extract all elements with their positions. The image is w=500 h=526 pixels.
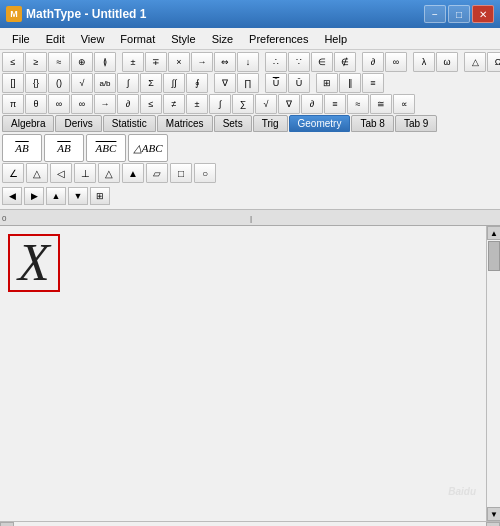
- menu-preferences[interactable]: Preferences: [241, 31, 316, 47]
- sym-delta-tri[interactable]: △: [464, 52, 486, 72]
- sym-ubar[interactable]: Ū: [265, 73, 287, 93]
- sym-cong[interactable]: ≅: [370, 94, 392, 114]
- sym-dint[interactable]: ∫∫: [163, 73, 185, 93]
- tab-algebra[interactable]: Algebra: [2, 115, 54, 132]
- template-abc-hat[interactable]: ABC: [86, 134, 126, 162]
- sym-partial2[interactable]: ∂: [117, 94, 139, 114]
- sym-ratio[interactable]: ≬: [94, 52, 116, 72]
- sym-noelem[interactable]: ∉: [334, 52, 356, 72]
- hscroll-left-button[interactable]: ◀: [0, 522, 14, 527]
- sym-cdot[interactable]: ⊕: [71, 52, 93, 72]
- tab-9[interactable]: Tab 9: [395, 115, 437, 132]
- sym-inf2[interactable]: ∞: [48, 94, 70, 114]
- scroll-thumb[interactable]: [488, 241, 500, 271]
- sym-rarrow[interactable]: →: [191, 52, 213, 72]
- sym-propto[interactable]: ∝: [393, 94, 415, 114]
- shape-parallelogram[interactable]: ▱: [146, 163, 168, 183]
- shape-triangle2[interactable]: ◁: [50, 163, 72, 183]
- close-button[interactable]: ✕: [472, 5, 494, 23]
- nav-up[interactable]: ▲: [46, 187, 66, 205]
- sym-approx[interactable]: ≈: [347, 94, 369, 114]
- scroll-down-button[interactable]: ▼: [487, 507, 500, 521]
- menu-edit[interactable]: Edit: [38, 31, 73, 47]
- sym-pi[interactable]: π: [2, 94, 24, 114]
- shape-angle[interactable]: ∠: [2, 163, 24, 183]
- menu-help[interactable]: Help: [316, 31, 355, 47]
- shape-filled-tri[interactable]: ▲: [122, 163, 144, 183]
- sym-prod[interactable]: ∏: [237, 73, 259, 93]
- sym-partial[interactable]: ∂: [362, 52, 384, 72]
- tab-trig[interactable]: Trig: [253, 115, 288, 132]
- shape-circle[interactable]: ○: [194, 163, 216, 183]
- sym-times[interactable]: ×: [168, 52, 190, 72]
- sym-geq[interactable]: ≥: [25, 52, 47, 72]
- sym-darrow[interactable]: ↓: [237, 52, 259, 72]
- sym-theta[interactable]: θ: [25, 94, 47, 114]
- sym-sqrt3[interactable]: √: [255, 94, 277, 114]
- sym-int[interactable]: ∫: [117, 73, 139, 93]
- menu-file[interactable]: File: [4, 31, 38, 47]
- sym-ne[interactable]: ≠: [163, 94, 185, 114]
- sym-equiv2[interactable]: ≡: [324, 94, 346, 114]
- tab-derivs[interactable]: Derivs: [55, 115, 101, 132]
- nav-grid[interactable]: ⊞: [90, 187, 110, 205]
- sym-pm[interactable]: ±: [122, 52, 144, 72]
- hscroll-right-button[interactable]: ▶: [486, 522, 500, 527]
- sym-sum2[interactable]: ∑: [232, 94, 254, 114]
- sym-frac[interactable]: a/b: [94, 73, 116, 93]
- nav-right[interactable]: ▶: [24, 187, 44, 205]
- sym-int2[interactable]: ∫: [209, 94, 231, 114]
- menu-size[interactable]: Size: [204, 31, 241, 47]
- horizontal-scrollbar[interactable]: ◀ ▶: [0, 521, 500, 526]
- sym-elem[interactable]: ∈: [311, 52, 333, 72]
- template-triangle-abc[interactable]: △ABC: [128, 134, 168, 162]
- shape-rect[interactable]: □: [170, 163, 192, 183]
- sym-partial3[interactable]: ∂: [301, 94, 323, 114]
- sym-inf3[interactable]: ∞: [71, 94, 93, 114]
- maximize-button[interactable]: □: [448, 5, 470, 23]
- sym-paren[interactable]: (): [48, 73, 70, 93]
- sym-forall[interactable]: ∴: [265, 52, 287, 72]
- nav-down[interactable]: ▼: [68, 187, 88, 205]
- sym-brace[interactable]: {}: [25, 73, 47, 93]
- tab-geometry[interactable]: Geometry: [289, 115, 351, 132]
- tab-statistic[interactable]: Statistic: [103, 115, 156, 132]
- scroll-track[interactable]: [487, 240, 500, 507]
- sym-to[interactable]: →: [94, 94, 116, 114]
- sym-nabla[interactable]: ∇: [214, 73, 236, 93]
- sym-leq[interactable]: ≤: [2, 52, 24, 72]
- sym-infty[interactable]: ∞: [385, 52, 407, 72]
- sym-lambda[interactable]: λ: [413, 52, 435, 72]
- minimize-button[interactable]: −: [424, 5, 446, 23]
- menu-format[interactable]: Format: [112, 31, 163, 47]
- sym-pm2[interactable]: ±: [186, 94, 208, 114]
- sym-sum[interactable]: Σ: [140, 73, 162, 93]
- nav-left[interactable]: ◀: [2, 187, 22, 205]
- editor-content[interactable]: X Baidu: [0, 226, 486, 521]
- sym-sqrt2[interactable]: √: [71, 73, 93, 93]
- shape-triangle3[interactable]: △: [98, 163, 120, 183]
- sym-mp[interactable]: ∓: [145, 52, 167, 72]
- template-ab-overline[interactable]: AB: [2, 134, 42, 162]
- sym-uhat[interactable]: Û: [288, 73, 310, 93]
- vertical-scrollbar[interactable]: ▲ ▼: [486, 226, 500, 521]
- hscroll-track[interactable]: [14, 522, 486, 527]
- sym-tint[interactable]: ∮: [186, 73, 208, 93]
- sym-omega-cap[interactable]: ω: [436, 52, 458, 72]
- sym-exists[interactable]: ∵: [288, 52, 310, 72]
- template-ab-overline2[interactable]: AB: [44, 134, 84, 162]
- sym-bracket[interactable]: []: [2, 73, 24, 93]
- sym-matrix[interactable]: ⊞: [316, 73, 338, 93]
- sym-omega[interactable]: Ω: [487, 52, 500, 72]
- sym-lrarrow[interactable]: ⇔: [214, 52, 236, 72]
- sym-equiv[interactable]: ≡: [362, 73, 384, 93]
- sym-tilde[interactable]: ≈: [48, 52, 70, 72]
- tab-sets[interactable]: Sets: [214, 115, 252, 132]
- menu-style[interactable]: Style: [163, 31, 203, 47]
- shape-triangle1[interactable]: △: [26, 163, 48, 183]
- shape-perp[interactable]: ⊥: [74, 163, 96, 183]
- tab-matrices[interactable]: Matrices: [157, 115, 213, 132]
- scroll-up-button[interactable]: ▲: [487, 226, 500, 240]
- sym-pipes[interactable]: ‖: [339, 73, 361, 93]
- sym-le2[interactable]: ≤: [140, 94, 162, 114]
